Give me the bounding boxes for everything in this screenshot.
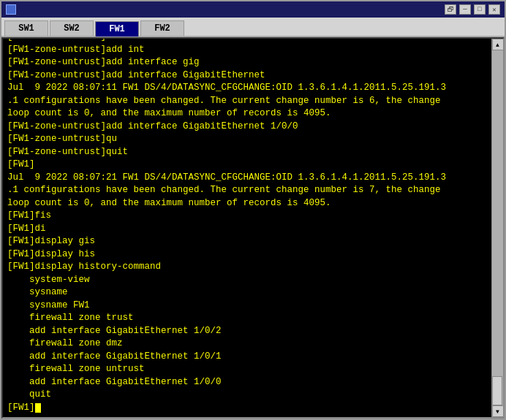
tab-bar: SW1 SW2 FW1 FW2 <box>1 18 505 37</box>
title-bar: 🗗 — □ ✕ <box>1 1 505 18</box>
window-icon <box>6 4 16 15</box>
terminal-output[interactable]: [FW1-zone-untrust]add [FW1-zone-untrust]… <box>3 39 491 417</box>
scrollbar: ▲ ▼ <box>491 39 503 417</box>
scroll-thumb[interactable] <box>492 376 502 405</box>
tab-fw2[interactable]: FW2 <box>140 20 184 36</box>
scroll-up-button[interactable]: ▲ <box>492 39 504 50</box>
tab-fw1[interactable]: FW1 <box>95 21 139 37</box>
close-button[interactable]: ✕ <box>488 4 500 15</box>
tab-sw2[interactable]: SW2 <box>50 20 94 36</box>
terminal-container: [FW1-zone-untrust]add [FW1-zone-untrust]… <box>1 37 505 419</box>
scroll-down-button[interactable]: ▼ <box>492 405 504 417</box>
scroll-track[interactable] <box>492 50 503 405</box>
terminal-cursor <box>35 403 41 413</box>
maximize-button[interactable]: □ <box>474 4 486 15</box>
tab-sw1[interactable]: SW1 <box>4 20 48 36</box>
restore-button[interactable]: 🗗 <box>445 4 456 15</box>
minimize-button[interactable]: — <box>459 4 471 15</box>
main-window: 🗗 — □ ✕ SW1 SW2 FW1 FW2 [FW1-zone-untrus… <box>0 0 506 420</box>
title-bar-left <box>6 4 20 15</box>
window-controls: 🗗 — □ ✕ <box>445 4 500 15</box>
